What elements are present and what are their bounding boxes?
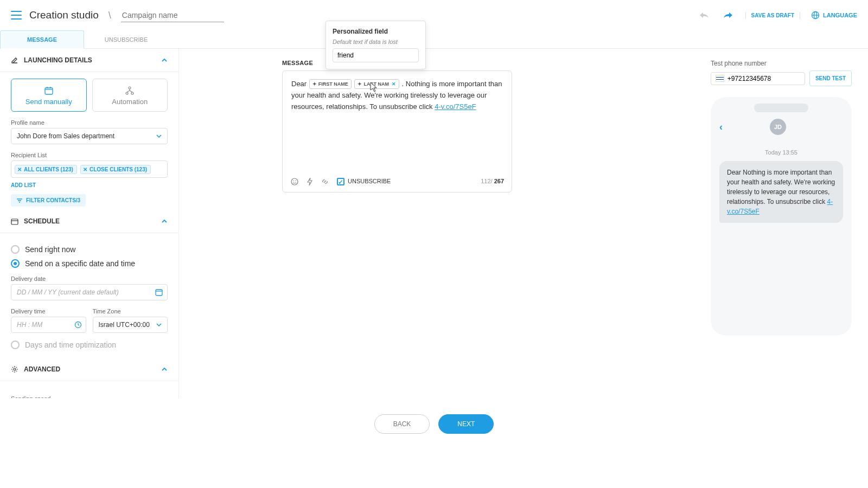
radio-icon [11, 341, 20, 349]
section-schedule-header[interactable]: SCHEDULE [0, 210, 178, 233]
calendar-icon [11, 217, 18, 225]
recipient-list-label: Recipient List [11, 152, 168, 158]
recipient-list-input[interactable]: ✕ALL CLIENTS (123) ✕CLOSE CLIENTS (123) [11, 160, 168, 178]
chevron-down-icon [156, 323, 162, 326]
char-counter: 112/ 267 [481, 177, 504, 187]
header: Creation studio \ SAVE AS DRAFT LANGUAGE [0, 0, 868, 30]
test-phone-input[interactable] [711, 72, 805, 85]
back-button[interactable]: BACK [374, 414, 430, 434]
avatar: JD [770, 119, 786, 135]
delivery-date-input[interactable] [11, 284, 168, 300]
recipient-chip[interactable]: ✕CLOSE CLIENTS (123) [80, 165, 151, 174]
lightning-icon[interactable] [307, 177, 313, 186]
save-as-draft-button[interactable]: SAVE AS DRAFT [745, 12, 800, 19]
delivery-time-label: Delivery time [11, 308, 86, 314]
preview-pane: Test phone number SEND TEST ‹ JD Today 1… [705, 49, 868, 398]
breadcrumb-separator: \ [108, 10, 111, 21]
automation-icon [93, 86, 168, 95]
filter-contacts-button[interactable]: FILTER CONTACTS/3 [11, 194, 86, 207]
calendar-icon [11, 86, 86, 95]
next-button[interactable]: NEXT [438, 414, 494, 434]
campaign-name-input[interactable] [121, 9, 224, 22]
unsubscribe-link[interactable]: 4-v.co/7S5eF [435, 102, 476, 111]
test-phone-label: Test phone number [711, 60, 852, 67]
radio-send-specific-date[interactable]: Send on a specific date and time [11, 259, 168, 268]
radio-icon [11, 245, 20, 254]
main-editor-area: MESSAGE Dear ✦ FIRST NAME ✦ LAST NAM✕ . … [179, 49, 705, 398]
globe-icon [811, 11, 820, 20]
recipient-chip[interactable]: ✕ALL CLIENTS (123) [15, 165, 77, 174]
radio-send-now[interactable]: Send right now [11, 245, 168, 254]
message-bubble: Dear Nothing is more important than your… [719, 161, 843, 223]
svg-point-7 [126, 92, 128, 94]
token-last-name[interactable]: ✦ LAST NAM✕ [354, 79, 399, 89]
section-advanced-header[interactable]: ADVANCED [0, 358, 178, 381]
profile-name-select[interactable]: John Dore from Sales department [11, 128, 168, 144]
svg-point-19 [291, 178, 298, 185]
chevron-up-icon [161, 219, 168, 223]
personalized-field-popover: Personalized field Default text if data … [326, 21, 426, 69]
mode-automation[interactable]: Automation [92, 79, 168, 112]
edit-icon [11, 56, 18, 64]
unsubscribe-checkbox[interactable]: UNSUBSCRIBE [337, 177, 391, 187]
emoji-icon[interactable] [290, 177, 299, 186]
redo-icon[interactable] [722, 9, 735, 22]
language-button[interactable]: LANGUAGE [811, 11, 857, 20]
token-remove-icon[interactable]: ✕ [392, 80, 396, 88]
app-title: Creation studio [29, 9, 99, 21]
svg-point-8 [131, 92, 133, 94]
chevron-up-icon [161, 58, 168, 62]
filter-icon [16, 198, 23, 203]
delivery-date-label: Delivery date [11, 275, 168, 282]
chevron-up-icon [161, 367, 168, 371]
add-list-link[interactable]: ADD LIST [11, 182, 36, 188]
tab-unsubscribe[interactable]: UNSUBSCRIBE [84, 30, 168, 48]
profile-name-label: Profile name [11, 119, 168, 126]
timezone-label: Time Zone [93, 308, 168, 314]
tab-message[interactable]: MESSAGE [0, 30, 84, 49]
sidebar: LAUNCHING DETAILS Send manually [0, 49, 179, 398]
timezone-select[interactable]: Israel UTC+00:00 [93, 317, 168, 333]
popover-default-text-input[interactable] [333, 48, 419, 62]
gear-icon [11, 365, 18, 373]
radio-days-time-optimization[interactable]: Days and time optimization [11, 341, 168, 349]
phone-timestamp: Today 13:55 [719, 149, 843, 156]
chevron-down-icon [156, 134, 162, 138]
radio-icon [11, 259, 20, 268]
send-test-button[interactable]: SEND TEST [809, 70, 852, 86]
section-launching-header[interactable]: LAUNCHING DETAILS [0, 49, 178, 72]
undo-icon[interactable] [698, 9, 711, 22]
chip-remove-icon[interactable]: ✕ [17, 166, 22, 172]
sending-speed-label: Sending speed [11, 395, 168, 398]
tabs: MESSAGE UNSUBSCRIBE [0, 30, 868, 49]
message-editor[interactable]: Dear ✦ FIRST NAME ✦ LAST NAM✕ . Nothing … [282, 70, 512, 192]
chip-remove-icon[interactable]: ✕ [83, 166, 87, 172]
link-icon[interactable] [321, 177, 329, 186]
svg-point-20 [293, 181, 294, 182]
phone-preview: ‹ JD Today 13:55 Dear Nothing is more im… [711, 97, 852, 336]
token-first-name[interactable]: ✦ FIRST NAME [309, 79, 352, 89]
popover-subtitle: Default text if data is lost [333, 38, 419, 45]
svg-point-9 [129, 87, 131, 89]
checkbox-icon [337, 178, 344, 185]
menu-icon[interactable] [11, 11, 22, 20]
delivery-time-input[interactable] [11, 317, 86, 333]
svg-point-18 [14, 368, 16, 370]
phone-back-icon: ‹ [719, 121, 723, 133]
svg-rect-3 [45, 88, 53, 94]
footer: BACK NEXT [0, 414, 868, 434]
popover-title: Personalized field [333, 28, 419, 35]
mode-send-manually[interactable]: Send manually [11, 79, 87, 112]
flag-icon [716, 75, 724, 82]
svg-rect-13 [11, 219, 18, 224]
svg-point-21 [295, 181, 296, 182]
